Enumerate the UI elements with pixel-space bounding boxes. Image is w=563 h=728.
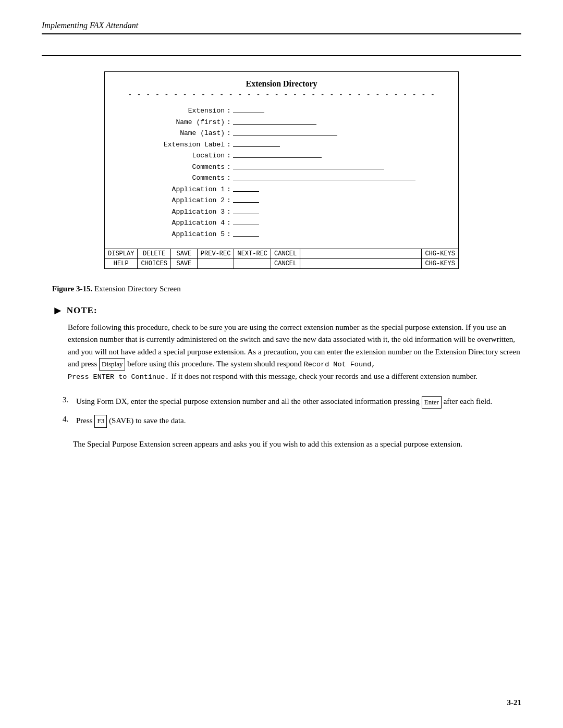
btn-help[interactable]: HELP — [105, 259, 137, 268]
figure-title: Extension Directory Screen — [94, 285, 181, 293]
btn-group-delete: DELETE CHOICES — [138, 249, 170, 268]
field-app4: Application 4 : — [120, 218, 443, 228]
btn-group-chgkeys: CHG-KEYS CHG-KEYS — [422, 249, 458, 268]
f3-key[interactable]: F3 — [94, 415, 107, 427]
btn-save-bottom[interactable]: SAVE — [171, 259, 197, 268]
field-name-last: Name (last) : — [120, 128, 443, 139]
figure-caption: Figure 3-15. Extension Directory Screen — [42, 285, 521, 293]
field-comments-2: Comments : — [120, 173, 443, 183]
display-key[interactable]: Display — [99, 358, 125, 371]
btn-group-prevrec: PREV-REC — [198, 249, 235, 268]
note-para-1: Before following this procedure, check t… — [68, 322, 521, 383]
closing-para: The Special Purpose Extension screen app… — [73, 438, 521, 450]
code-record-not-found: Record Not Found, — [304, 361, 376, 368]
ext-dir-box: Extension Directory - - - - - - - - - - … — [104, 71, 459, 269]
ext-dir-wrapper: Extension Directory - - - - - - - - - - … — [42, 71, 521, 269]
field-app2: Application 2 : — [120, 195, 443, 206]
page-number: 3-21 — [507, 698, 522, 707]
item3-number: 3. — [63, 396, 76, 409]
item3-text: Using Form DX, enter the special purpose… — [76, 396, 492, 409]
btn-save-top[interactable]: SAVE — [171, 249, 197, 259]
btn-cancel-top[interactable]: CANCEL — [271, 249, 300, 259]
field-ext-label: Extension Label : — [120, 140, 443, 150]
field-location: Location : — [120, 151, 443, 161]
ext-dir-dashes: - - - - - - - - - - - - - - - - - - - - … — [105, 91, 458, 98]
btn-cancel-bottom[interactable]: CANCEL — [271, 259, 300, 268]
field-app1: Application 1 : — [120, 184, 443, 195]
figure-number: Figure 3-15. — [52, 285, 92, 293]
item4-number: 4. — [63, 415, 76, 428]
note-label: NOTE: — [67, 305, 97, 316]
btn-spacer — [300, 249, 422, 268]
note-arrow-icon: ► — [52, 304, 64, 317]
header-title: Implementing FAX Attendant — [42, 21, 138, 30]
btn-choices[interactable]: CHOICES — [138, 259, 170, 268]
note-section: ► NOTE: Before following this procedure,… — [42, 304, 521, 383]
btn-next-rec-empty — [234, 259, 271, 268]
btn-prev-rec-empty — [198, 259, 234, 268]
btn-display[interactable]: DISPLAY — [105, 249, 137, 259]
field-extension: Extension : — [120, 106, 443, 116]
field-app5: Application 5 : — [120, 229, 443, 240]
field-name-first: Name (first) : — [120, 117, 443, 128]
enter-key[interactable]: Enter — [422, 396, 442, 409]
btn-chg-keys-top[interactable]: CHG-KEYS — [422, 249, 458, 259]
top-divider — [42, 55, 521, 56]
ext-dir-fields: Extension : Name (first) : Name (last) :… — [105, 106, 458, 249]
btn-group-display: DISPLAY HELP — [105, 249, 138, 268]
note-header: ► NOTE: — [52, 304, 521, 317]
btn-group-save: SAVE SAVE — [171, 249, 198, 268]
btn-next-rec[interactable]: NEXT-REC — [234, 249, 271, 259]
page-header: Implementing FAX Attendant — [42, 21, 521, 34]
list-item-3: 3. Using Form DX, enter the special purp… — [42, 396, 521, 409]
list-item-4: 4. Press F3 (SAVE) to save the data. — [42, 415, 521, 428]
ext-dir-title: Extension Directory — [105, 72, 458, 91]
btn-group-nextrec: NEXT-REC — [234, 249, 271, 268]
btn-chg-keys-bottom[interactable]: CHG-KEYS — [422, 259, 458, 268]
btn-group-cancel: CANCEL CANCEL — [271, 249, 300, 268]
note-body: Before following this procedure, check t… — [52, 322, 521, 383]
item4-text: Press F3 (SAVE) to save the data. — [76, 415, 186, 428]
field-comments-1: Comments : — [120, 162, 443, 172]
btn-delete[interactable]: DELETE — [138, 249, 170, 259]
code-press-enter: Press ENTER to Continue. — [68, 373, 169, 381]
btn-prev-rec[interactable]: PREV-REC — [198, 249, 234, 259]
field-app3: Application 3 : — [120, 207, 443, 217]
button-bar: DISPLAY HELP DELETE CHOICES SAVE SAVE PR… — [105, 249, 458, 268]
